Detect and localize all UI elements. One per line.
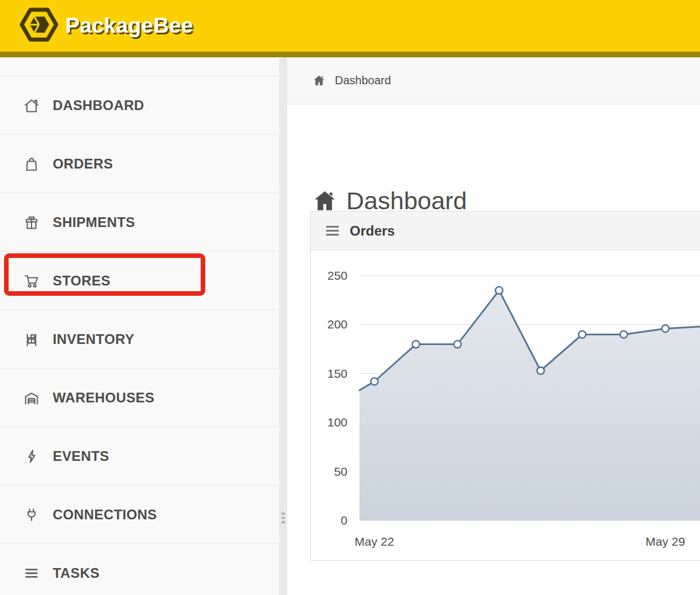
sidebar-item-label: EVENTS [53,448,109,464]
sidebar-item-inventory[interactable]: INVENTORY [0,310,279,368]
orders-panel: Orders 250200150100500May 22May 29 [310,211,700,561]
sidebar-item-dashboard[interactable]: DASHBOARD [0,76,279,134]
sidebar-item-label: ORDERS [53,156,113,172]
list-icon [23,565,40,582]
orders-chart: 250200150100500May 22May 29 [311,250,700,560]
main-content: Dashboard Dashboard Orders 2502001501005… [287,57,700,595]
sidebar-item-events[interactable]: EVENTS [0,426,279,485]
gift-box-icon [23,214,40,231]
brand-name: PackageBee [65,14,193,38]
svg-text:150: 150 [327,367,347,380]
sidebar-item-orders[interactable]: ORDERS [0,134,279,193]
sidebar-item-label: STORES [53,273,111,289]
sidebar-item-label: CONNECTIONS [53,507,157,523]
home-icon [312,74,326,87]
sidebar-item-label: SHIPMENTS [53,214,135,230]
sidebar-resize-divider [279,57,287,595]
svg-text:250: 250 [327,269,347,282]
svg-text:May 29: May 29 [646,535,685,548]
orders-panel-title: Orders [350,223,395,239]
lightning-bolt-icon [23,448,40,465]
header-accent-strip [0,52,700,57]
sidebar-item-label: INVENTORY [53,331,134,347]
sidebar-item-tasks[interactable]: TASKS [0,543,279,595]
brand[interactable]: PackageBee [19,6,193,46]
svg-text:50: 50 [334,465,347,478]
shopping-cart-icon [23,272,40,289]
plug-icon [23,506,40,523]
shelf-icon [23,331,40,348]
sidebar-item-label: TASKS [53,565,100,581]
svg-text:May 22: May 22 [355,535,394,548]
sidebar-item-connections[interactable]: CONNECTIONS [0,485,279,543]
svg-text:100: 100 [327,416,347,429]
top-header-bar: PackageBee [0,0,700,52]
sidebar-item-label: WAREHOUSES [53,390,154,406]
home-icon [312,188,338,214]
divider-drag-handle-icon[interactable] [281,512,285,523]
sidebar-item-shipments[interactable]: SHIPMENTS [0,193,279,251]
sidebar-nav: DASHBOARD ORDERS SHIPMENTS [0,57,279,595]
sidebar-item-warehouses[interactable]: WAREHOUSES [0,368,279,426]
breadcrumb-dashboard-link[interactable]: Dashboard [335,74,391,87]
hamburger-icon[interactable] [326,226,339,236]
sidebar-item-stores[interactable]: STORES [0,251,279,310]
packagebee-app: PackageBee DASHBOARD ORDERS [0,0,700,595]
breadcrumb: Dashboard [287,57,700,104]
home-icon [23,97,40,114]
sidebar-item-label: DASHBOARD [53,97,144,113]
svg-text:0: 0 [341,514,347,527]
shopping-bag-icon [23,155,40,173]
svg-text:200: 200 [327,318,347,331]
warehouse-icon [23,389,40,406]
hexagon-cube-icon [19,6,58,46]
orders-panel-header: Orders [311,212,700,250]
